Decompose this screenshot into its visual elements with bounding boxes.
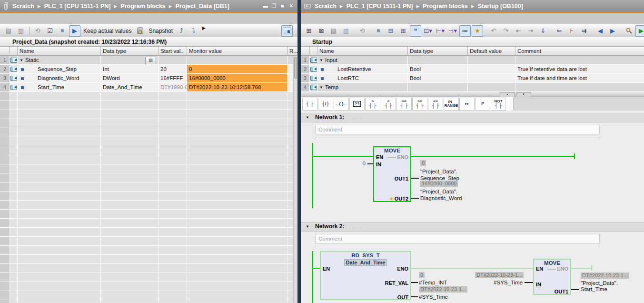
favorite-nc-contact[interactable]: ┤/├: [318, 98, 333, 111]
maximize-button[interactable]: ■: [279, 3, 286, 9]
breadcrumb-plc[interactable]: PLC_1 [CPU 1511-1 PN]: [44, 3, 111, 10]
row-datatype-cell[interactable]: DWord: [101, 74, 159, 83]
breadcrumb-plc[interactable]: PLC_1 [CPU 1511-1 PN]: [347, 3, 413, 10]
retain-values-icon[interactable]: [134, 25, 146, 37]
row-comment-cell[interactable]: True if retentive data are lost: [515, 65, 644, 74]
row-datatype-cell[interactable]: Bool: [408, 74, 468, 83]
favorite-no-contact[interactable]: ┤ ├: [302, 98, 317, 111]
row-comment-cell[interactable]: True if date and time are lost: [515, 74, 644, 83]
retval-operand[interactable]: #Temp_INT: [419, 280, 447, 286]
row-number[interactable]: 3: [0, 74, 10, 83]
toolbar-overflow-icon[interactable]: ▶: [202, 24, 206, 30]
float-button[interactable]: ❐: [270, 3, 277, 9]
row-number[interactable]: 3: [301, 74, 310, 83]
row-datatype-cell[interactable]: [408, 56, 468, 65]
favorites-toggle[interactable]: ★: [472, 25, 483, 37]
pane-splitter[interactable]: [297, 0, 301, 303]
row-name-cell[interactable]: Sequence_Step: [18, 65, 101, 74]
favorite-coil[interactable]: ─( )─: [334, 98, 349, 111]
row-startval-cell[interactable]: DT#1990-0: [159, 83, 187, 92]
favorite-in-range[interactable]: IN_RANGE: [444, 98, 459, 111]
row-name-cell[interactable]: ▼Static: [18, 56, 101, 65]
header-monitor-value[interactable]: Monitor value: [187, 47, 287, 56]
row-monitor-cell[interactable]: 0: [187, 65, 287, 74]
row-name-cell[interactable]: LostRetentive: [317, 65, 408, 74]
header-datatype[interactable]: Data type: [408, 47, 468, 56]
row-datatype-cell[interactable]: ▤: [101, 56, 159, 65]
move2-out-operand-member[interactable]: Start_Time: [581, 286, 607, 293]
absolute-operands-toggle[interactable]: ≔: [459, 25, 471, 37]
insert-rung-icon[interactable]: ⊣▾: [447, 25, 458, 37]
out-operand[interactable]: #SYS_Time: [419, 294, 448, 300]
row-startval-cell[interactable]: [159, 56, 187, 65]
expand-members-icon[interactable]: ≡: [57, 25, 68, 37]
close-all-networks-icon[interactable]: ⊞: [397, 25, 409, 37]
out1-operand-db[interactable]: "Project_Data".: [420, 169, 457, 175]
row-datatype-cell[interactable]: Bool: [408, 65, 468, 74]
expand-triangle-icon[interactable]: ▼: [20, 56, 25, 65]
search-icon[interactable]: [623, 25, 634, 37]
close-branch-icon[interactable]: ⇐: [554, 25, 565, 37]
out2-operand-db[interactable]: "Project_Data".: [420, 189, 457, 195]
breadcrumb-block[interactable]: Startup [OB100]: [478, 3, 523, 10]
header-retain[interactable]: R...: [287, 47, 297, 56]
update-block-calls-icon[interactable]: ⇓: [537, 25, 549, 37]
favorite-cmp-eq[interactable]: ==┤ ├: [396, 98, 412, 111]
instruction-type-select[interactable]: Date_And_Time: [321, 259, 410, 266]
row-monitor-cell[interactable]: DT#2022-10-23-10:12:59.768: [187, 83, 287, 92]
datatype-combo-button[interactable]: ▤: [145, 57, 156, 65]
vertical-scrollbar[interactable]: [293, 56, 297, 303]
previous-point-icon[interactable]: ⇤: [513, 25, 524, 37]
row-datatype-cell[interactable]: Date_And_Time: [101, 83, 159, 92]
snapshot-button[interactable]: Snapshot: [146, 28, 175, 34]
breadcrumb-project[interactable]: Scratch: [315, 3, 337, 10]
discard-changes-icon[interactable]: ⟲: [32, 25, 43, 37]
row-datatype-cell[interactable]: Int: [101, 65, 159, 74]
breadcrumb-program-blocks[interactable]: Program blocks: [423, 3, 467, 10]
add-row-icon[interactable]: ▥: [340, 25, 352, 37]
row-number[interactable]: 1: [0, 56, 10, 65]
row-name-cell[interactable]: Start_Time: [18, 83, 101, 92]
next-point-icon[interactable]: ⇥: [525, 25, 536, 37]
row-number[interactable]: 1: [301, 56, 310, 65]
free-placement-icon[interactable]: ↶: [488, 25, 499, 37]
insert-empty-box-icon[interactable]: ⊡▾: [422, 25, 434, 37]
cross-branch-icon[interactable]: ⇉: [578, 25, 590, 37]
goto-previous-icon[interactable]: ◀: [594, 25, 606, 37]
monitoring-toggle[interactable]: ▶: [635, 25, 644, 37]
row-comment-cell[interactable]: [515, 83, 644, 92]
row-datatype-cell[interactable]: [408, 83, 468, 92]
expand-triangle-icon[interactable]: ▼: [319, 83, 325, 92]
network1-comment[interactable]: Comment: [315, 125, 600, 134]
row-number[interactable]: 4: [301, 83, 310, 92]
network2-header[interactable]: ▼ Network 2: .....: [301, 222, 644, 232]
row-default-cell[interactable]: [468, 65, 515, 74]
favorite-cmp-le[interactable]: <=┤ ├: [428, 98, 443, 111]
open-all-networks-icon[interactable]: ⊟: [385, 25, 396, 37]
breadcrumb-block[interactable]: Project_Data [DB1]: [176, 3, 229, 10]
interface-splitter[interactable]: ▲ ▼: [301, 92, 644, 97]
row-number[interactable]: 2: [301, 65, 310, 74]
header-comment[interactable]: Comment: [515, 47, 644, 56]
snapshot-monitor-toggle[interactable]: ▶: [69, 25, 80, 37]
row-startval-cell[interactable]: 20: [159, 65, 187, 74]
favorite-cmp-ge[interactable]: >=┤ ├: [412, 98, 427, 111]
expand-networks-icon[interactable]: ≡: [373, 25, 384, 37]
row-name-cell[interactable]: LostRTC: [317, 74, 408, 83]
row-comment-cell[interactable]: [515, 56, 644, 65]
collapse-triangle-icon[interactable]: ▼: [306, 222, 309, 231]
insert-open-branch-icon[interactable]: ⊢▾: [435, 25, 446, 37]
out2-operand-member[interactable]: Diagnostic_Word: [420, 195, 462, 202]
favorite-not-contact[interactable]: NOT┤ ├: [491, 98, 506, 111]
add-row-icon[interactable]: ▥: [15, 25, 27, 37]
expand-triangle-icon[interactable]: ▼: [319, 56, 325, 65]
network2-comment[interactable]: Comment: [315, 234, 600, 243]
row-default-cell[interactable]: [468, 83, 515, 92]
move2-in-operand[interactable]: #SYS_Time: [475, 280, 523, 286]
header-datatype[interactable]: Data type: [101, 47, 159, 56]
header-default-value[interactable]: Default value: [468, 47, 515, 56]
add-output-star-icon[interactable]: ✹: [389, 196, 393, 202]
reset-start-values-icon[interactable]: ⟲: [357, 25, 368, 37]
header-name[interactable]: Name: [317, 47, 408, 56]
row-name-cell[interactable]: ▼Temp: [317, 83, 408, 92]
